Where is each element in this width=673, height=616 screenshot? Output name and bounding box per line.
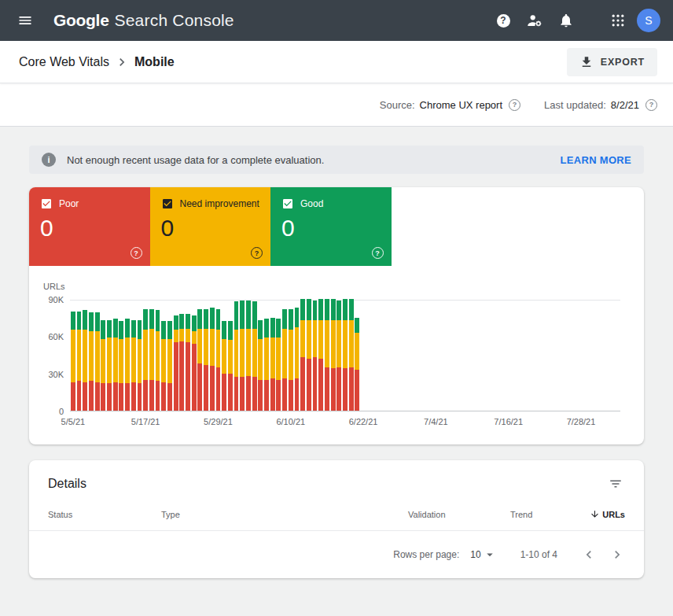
chart-bar[interactable] [210, 299, 215, 411]
chart-bar[interactable] [119, 299, 123, 411]
chart-bar[interactable] [295, 299, 300, 411]
chart-bar[interactable] [95, 299, 100, 411]
y-tick-label: 60K [48, 332, 64, 341]
chart-bar[interactable] [222, 299, 226, 411]
help-icon[interactable]: ? [131, 247, 142, 259]
chart-bar[interactable] [355, 299, 359, 411]
status-tile-good[interactable]: Good 0 ? [270, 187, 392, 266]
chart-bar[interactable] [101, 299, 105, 411]
chart-bar[interactable] [161, 299, 166, 411]
chart-bar[interactable] [71, 299, 75, 411]
chevron-right-icon [609, 547, 625, 563]
chart-bar[interactable] [264, 299, 269, 411]
chart-bar[interactable] [204, 299, 208, 411]
chart-bar[interactable] [143, 299, 148, 411]
chart-bar[interactable] [156, 299, 160, 411]
chart-bar[interactable] [149, 299, 154, 411]
status-tile-need-improvement[interactable]: Need improvement 0 ? [150, 187, 271, 266]
chart-bar[interactable] [167, 299, 172, 411]
status-tiles: Poor 0 ? Need improvement 0 ? Good 0 [29, 187, 644, 266]
chart-bar[interactable] [240, 299, 245, 411]
x-tick-label: 5/5/21 [61, 417, 86, 426]
chart-bar[interactable] [197, 299, 202, 411]
chart-bar[interactable] [336, 299, 341, 411]
chart-bar[interactable] [282, 299, 287, 411]
menu-button[interactable] [13, 8, 38, 33]
avatar[interactable]: S [637, 9, 660, 32]
filter-icon [609, 477, 623, 491]
chart-bar[interactable] [313, 299, 318, 411]
chart-bar[interactable] [174, 299, 178, 411]
column-validation[interactable]: Validation [408, 510, 510, 519]
chart-bar[interactable] [89, 299, 94, 411]
bell-icon [558, 13, 574, 28]
chart-bar[interactable] [179, 299, 184, 411]
chart-bar[interactable] [83, 299, 87, 411]
checkbox-checked-icon[interactable] [161, 197, 174, 210]
chart-bar[interactable] [349, 299, 354, 411]
x-axis-line [70, 411, 620, 411]
notifications-button[interactable] [553, 8, 579, 33]
chart-bar[interactable] [343, 299, 348, 411]
source-value: Chrome UX report [420, 99, 502, 111]
chart-bar[interactable] [125, 299, 130, 411]
chart-bar[interactable] [228, 299, 233, 411]
status-tile-poor[interactable]: Poor 0 ? [29, 187, 150, 266]
export-button[interactable]: EXPORT [567, 48, 657, 76]
chart-bar[interactable] [107, 299, 112, 411]
sort-descending-icon [590, 509, 600, 519]
x-tick-label: 7/28/21 [567, 417, 596, 426]
apps-button[interactable] [605, 8, 631, 33]
export-label: EXPORT [601, 57, 645, 68]
help-button[interactable]: ? [491, 8, 516, 33]
y-tick-label: 0 [59, 407, 64, 416]
filter-button[interactable] [606, 474, 625, 493]
info-banner: i Not enough recent usage data for a com… [29, 146, 644, 174]
checkbox-checked-icon[interactable] [40, 197, 53, 210]
tile-label: Poor [59, 198, 79, 209]
chart-bar[interactable] [234, 299, 239, 411]
chart-bar[interactable] [258, 299, 263, 411]
chart-bar[interactable] [77, 299, 82, 411]
chart-bar[interactable] [289, 299, 293, 411]
last-updated-help-icon[interactable]: ? [645, 99, 657, 111]
column-type[interactable]: Type [161, 510, 408, 519]
chart-bar[interactable] [216, 299, 221, 411]
chart-bar[interactable] [307, 299, 311, 411]
chevron-right-icon [114, 54, 130, 70]
rows-per-page-value: 10 [470, 549, 480, 560]
chart-bar[interactable] [186, 299, 190, 411]
chart-bar[interactable] [300, 299, 305, 411]
details-card: Details Status Type Validation Trend URL… [29, 460, 644, 578]
column-status[interactable]: Status [48, 510, 161, 519]
help-icon: ? [497, 14, 510, 28]
previous-page-button[interactable] [575, 540, 603, 569]
checkbox-checked-icon[interactable] [281, 197, 294, 210]
source-help-icon[interactable]: ? [509, 99, 520, 111]
chart-bar[interactable] [270, 299, 275, 411]
chart-bar[interactable] [325, 299, 329, 411]
chart-bar[interactable] [276, 299, 281, 411]
learn-more-link[interactable]: LEARN MORE [561, 154, 631, 166]
next-page-button[interactable] [603, 540, 631, 569]
column-urls-sorted[interactable]: URLs [581, 509, 625, 519]
user-settings-icon [526, 12, 543, 29]
column-trend[interactable]: Trend [510, 510, 581, 519]
chart-bar[interactable] [252, 299, 257, 411]
chart-bar[interactable] [113, 299, 118, 411]
user-settings-button[interactable] [522, 8, 547, 33]
chart-bar[interactable] [131, 299, 136, 411]
chart-bar[interactable] [138, 299, 142, 411]
y-tick-label: 30K [48, 370, 64, 379]
breadcrumb-section[interactable]: Core Web Vitals [19, 55, 109, 69]
chart-bar[interactable] [331, 299, 336, 411]
chart-plot[interactable] [70, 300, 620, 411]
chart-bar[interactable] [246, 299, 251, 411]
logo-google-text: Google [53, 11, 109, 30]
chart-bar[interactable] [318, 299, 323, 411]
app-logo[interactable]: Google Search Console [53, 11, 234, 30]
help-icon[interactable]: ? [372, 247, 384, 259]
chart-bar[interactable] [192, 299, 197, 411]
rows-per-page-select[interactable]: 10 [470, 548, 496, 562]
help-icon[interactable]: ? [251, 247, 263, 259]
